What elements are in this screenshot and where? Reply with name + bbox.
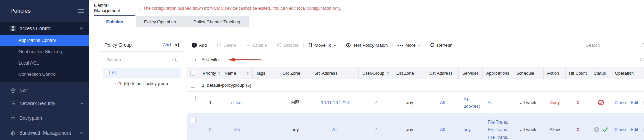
sort-icon[interactable] <box>218 72 221 75</box>
application-link[interactable]: File Trans... <box>488 135 511 140</box>
cell-services: tcp udp-test <box>459 92 483 113</box>
target-icon <box>346 43 351 48</box>
cell-src-address[interactable]: All <box>311 113 359 140</box>
cell-dst-address[interactable]: All <box>426 113 459 140</box>
cell-user-group[interactable]: / <box>359 92 393 113</box>
collapse-tree-icon[interactable] <box>105 71 110 75</box>
service-link[interactable]: udp-test <box>464 104 480 109</box>
sidebar-item-authentication[interactable]: Authentication <box>0 136 89 140</box>
sidebar-item-nat[interactable]: NAT <box>0 84 89 97</box>
column-label: Action <box>547 71 559 76</box>
table-row[interactable]: 1 rt-test - 内网 10.11.167.214 / any All t… <box>187 92 644 113</box>
column-applications[interactable]: Applications <box>483 67 513 79</box>
search-icon[interactable] <box>172 57 177 62</box>
cell-applications[interactable]: All <box>483 92 513 113</box>
column-services[interactable]: Services <box>459 67 483 79</box>
add-filter-button[interactable]: + Add Filter <box>190 55 224 64</box>
column-status[interactable]: Status <box>590 67 611 79</box>
chevron-down-icon <box>80 131 84 134</box>
column-dst-address[interactable]: Dst Address <box>426 67 459 79</box>
edit-link[interactable]: Edit <box>631 127 638 132</box>
tab-policy-change-tracking[interactable]: Policy Change Tracking <box>185 16 249 27</box>
tab-policy-optimizer[interactable]: Policy Optimizer <box>136 16 185 27</box>
select-all-checkbox[interactable] <box>190 71 195 76</box>
column-tags[interactable]: Tags <box>253 67 279 79</box>
cell-operation: Clone Edit | <box>611 92 644 113</box>
clone-link[interactable]: Clone <box>614 127 626 132</box>
cell-src-address[interactable]: 10.11.167.214 <box>311 92 359 113</box>
delete-button[interactable]: Delete <box>217 43 236 48</box>
tree-node-default-policygroup[interactable]: 1. (6) default-policygroup <box>115 81 184 86</box>
application-link[interactable]: File Trans... <box>488 119 511 125</box>
search-icon[interactable] <box>642 43 644 48</box>
column-dst-zone[interactable]: Dst Zone <box>393 67 426 79</box>
column-name[interactable]: Name <box>221 67 253 79</box>
column-label: Src Zone <box>283 71 300 76</box>
edit-link[interactable]: Edit <box>631 100 638 105</box>
column-action[interactable]: Action <box>544 67 566 79</box>
sidebar-item-decryption[interactable]: Decryption <box>0 112 89 124</box>
list-icon <box>10 101 16 106</box>
column-user-group[interactable]: User/Group <box>359 67 393 79</box>
cell-services[interactable]: any <box>459 113 483 140</box>
disable-button[interactable]: Disable <box>277 43 299 48</box>
tree-node-all[interactable]: All <box>103 68 181 78</box>
collapse-sidebar-icon[interactable] <box>78 9 84 13</box>
tabs-row: Policies Policy Optimizer Policy Change … <box>89 16 644 27</box>
column-priority[interactable]: Priority <box>199 67 221 79</box>
cell-src-zone: 内网 <box>279 92 311 113</box>
toolbar-separator: | <box>425 43 426 47</box>
column-hit-count[interactable]: Hit Count <box>566 67 590 79</box>
tab-central-management[interactable]: Central Management <box>94 0 135 16</box>
cell-dst-address[interactable]: All <box>426 92 459 113</box>
clear-filter-link[interactable]: Clear <box>640 57 644 62</box>
filter-bar: + Add Filter Clear <box>187 52 644 67</box>
toolbar-separator: | <box>340 43 341 47</box>
row-checkbox[interactable] <box>191 118 196 123</box>
refresh-button[interactable]: Refresh <box>430 43 453 48</box>
row-checkbox[interactable] <box>191 96 196 101</box>
policy-group-search-input[interactable] <box>107 57 172 62</box>
content: Policy Group Add <| All 1. (6) default-p… <box>89 27 644 140</box>
sidebar-item-access-control[interactable]: Access Control <box>0 22 89 35</box>
sort-icon[interactable] <box>387 72 389 75</box>
table-row[interactable]: 2 lzh - any All / any All any File Trans… <box>187 113 644 140</box>
button-label: Test Policy Match <box>353 43 388 48</box>
sidebar-item-application-control[interactable]: Application Control <box>0 35 89 46</box>
cell-user-group[interactable]: / <box>359 113 393 140</box>
clone-link[interactable]: Clone <box>614 100 626 105</box>
column-label: Tags <box>256 71 265 76</box>
policies-search-input[interactable] <box>586 43 642 48</box>
cell-dst-zone: any <box>393 92 426 113</box>
sidebar-item-local-acl[interactable]: Local ACL <box>0 57 89 69</box>
sidebar-item-network-security[interactable]: Network Security <box>0 97 89 109</box>
column-src-address[interactable]: Src Address <box>311 67 359 79</box>
column-schedule[interactable]: Schedule <box>513 67 544 79</box>
test-policy-match-button[interactable]: Test Policy Match <box>346 43 388 48</box>
cell-name[interactable]: rt-test <box>221 92 253 113</box>
tree-node-label: All <box>112 70 116 75</box>
tab-policies[interactable]: Policies <box>94 16 135 27</box>
group-row-label: 1. default-policygroup (6) <box>199 83 644 88</box>
sidebar-item-connection-control[interactable]: Connection Control <box>0 69 89 80</box>
application-link[interactable]: File Trans... <box>488 127 511 132</box>
sort-icon[interactable] <box>246 72 249 75</box>
cell-name[interactable]: lzh <box>221 113 253 140</box>
page-tab-label: Central Management <box>94 3 135 13</box>
policy-group-add-link[interactable]: Add <box>163 42 171 47</box>
cell-schedule: all-week <box>513 92 544 113</box>
enable-button[interactable]: Enable <box>246 43 267 48</box>
column-operation[interactable]: Operation <box>611 67 644 79</box>
move-arrows-icon <box>308 43 313 47</box>
add-policy-button[interactable]: + Add <box>192 43 207 48</box>
tab-label: Policy Change Tracking <box>193 19 240 24</box>
collapse-panel-icon[interactable]: <| <box>175 42 179 47</box>
sidebar-item-geolocation-blocking[interactable]: GeoLocation Blocking <box>0 46 89 57</box>
service-link[interactable]: tcp <box>464 96 469 101</box>
lock-icon <box>10 115 16 121</box>
more-button[interactable]: ••• More ▾ <box>397 43 420 48</box>
plus-circle-icon: + <box>192 43 197 48</box>
column-src-zone[interactable]: Src Zone <box>279 67 311 79</box>
move-to-button[interactable]: Move To ▾ <box>308 43 336 48</box>
collapse-group-icon[interactable] <box>191 83 195 88</box>
